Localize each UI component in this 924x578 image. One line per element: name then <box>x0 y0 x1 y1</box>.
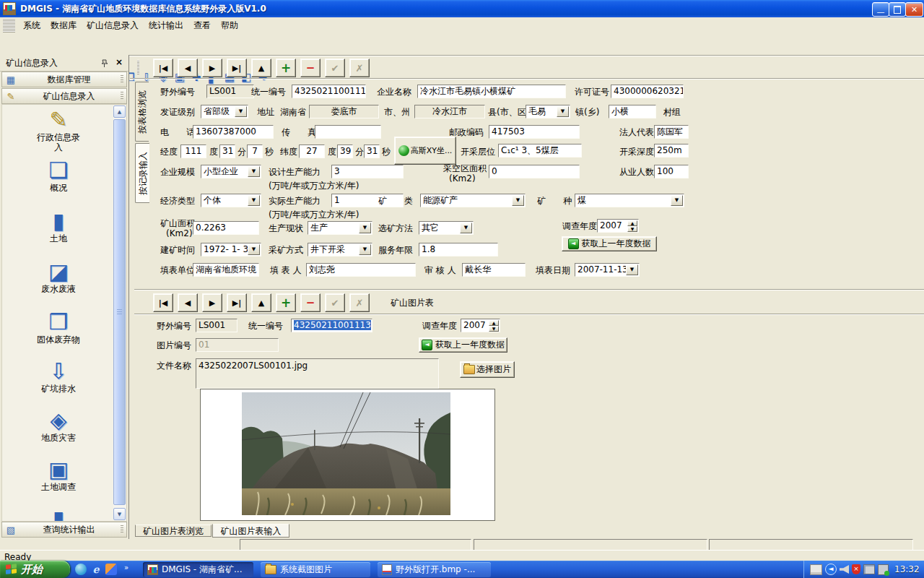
task-screenshots-folder[interactable]: 系统截图图片 <box>261 562 370 577</box>
pic-nav-delete-button[interactable]: − <box>300 293 321 312</box>
sidebar-item-land[interactable]: ▮ 土地 <box>30 209 87 243</box>
choose-picture-button[interactable]: 选择图片 <box>460 361 515 378</box>
task-paint-bmp[interactable]: 野外版打开.bmp -... <box>378 562 491 577</box>
sidebar-item-land-survey[interactable]: ▣ 土地调查 <box>30 457 87 492</box>
nav-first-button[interactable]: |◀ <box>153 59 173 77</box>
fill-unit-input[interactable]: 湖南省地质环境 <box>193 263 259 277</box>
staff-input[interactable]: 100 <box>654 165 689 178</box>
pic-nav-prior-button[interactable]: ◀ <box>178 293 198 312</box>
field-no-input[interactable]: LS001 <box>206 85 254 98</box>
nav-refresh-button[interactable]: ▲ <box>251 59 271 77</box>
scale-combo[interactable]: 小型企业 <box>201 165 261 178</box>
pin-icon[interactable] <box>101 59 108 67</box>
dropdown-arrow-icon[interactable] <box>557 106 569 117</box>
network-icon[interactable] <box>863 564 875 574</box>
pic-nav-last-button[interactable]: ▶| <box>227 293 247 312</box>
pic-nav-insert-button[interactable]: + <box>276 293 296 312</box>
sidebar-item-admin-info[interactable]: ✎ 行政信息录入 <box>30 108 87 152</box>
lon-deg-input[interactable]: 111 <box>180 144 206 158</box>
menu-system[interactable]: 系统 <box>18 17 45 34</box>
volume-icon[interactable] <box>840 565 849 574</box>
prod-status-combo[interactable]: 生产 <box>308 221 372 235</box>
restore-button[interactable] <box>889 2 906 17</box>
scroll-up-icon[interactable]: ▲ <box>113 105 126 118</box>
clock[interactable]: 13:32 <box>894 564 920 574</box>
pic-no-input[interactable]: 01 <box>196 338 279 352</box>
town-input[interactable]: 小横 <box>609 105 656 118</box>
goaf-input[interactable]: 0 <box>489 165 580 178</box>
close-button[interactable]: ✕ <box>905 2 923 17</box>
sidebar-group-mine-entry[interactable]: ✎ 矿山信息录入 <box>1 88 127 104</box>
mining-method-combo[interactable]: 井下开采 <box>308 243 372 256</box>
menu-help[interactable]: 帮助 <box>216 17 243 34</box>
nav-prior-button[interactable]: ◀ <box>178 59 198 77</box>
beneficiation-combo[interactable]: 其它 <box>419 221 474 235</box>
econ-type-combo[interactable]: 个体 <box>201 194 261 207</box>
zip-input[interactable]: 417503 <box>489 125 580 139</box>
nav-post-button[interactable]: ✔ <box>325 59 345 77</box>
sidebar-item-wastewater[interactable]: ◪ 废水废液 <box>30 259 87 294</box>
fax-input[interactable] <box>315 125 381 139</box>
sidebar-scrollbar[interactable]: ▲ ▼ <box>113 105 126 520</box>
media-icon[interactable] <box>105 564 117 575</box>
lat-sec-input[interactable]: 31 <box>364 144 380 158</box>
lon-min-input[interactable]: 31 <box>219 144 235 158</box>
dropdown-arrow-icon[interactable] <box>626 264 638 275</box>
pic-survey-year-spinner[interactable]: 2007 <box>461 319 500 332</box>
tab-picture-browse[interactable]: 矿山图片表浏览 <box>135 525 212 537</box>
survey-year-spinner[interactable]: 2007 <box>597 219 639 233</box>
auditor-input[interactable]: 戴长华 <box>462 263 526 277</box>
city-box[interactable]: 娄底市 <box>309 105 379 118</box>
fetch-previous-year-button[interactable]: ◄ 获取上一年度数据 <box>562 236 657 251</box>
sidebar-group-database[interactable]: ▦ 数据库管理 <box>1 72 127 87</box>
sidebar-item-solid-waste[interactable]: ❒ 固体废弃物 <box>30 310 87 345</box>
menu-database[interactable]: 数据库 <box>45 17 82 34</box>
license-input[interactable]: 4300000620321 <box>611 85 684 98</box>
depth-input[interactable]: 250m <box>654 144 689 158</box>
filler-input[interactable]: 刘志尧 <box>306 263 416 277</box>
task-dmgis[interactable]: DMGIS - 湖南省矿... <box>143 562 253 577</box>
pic-nav-next-button[interactable]: ▶ <box>202 293 222 312</box>
county-combo[interactable]: 毛易 <box>526 105 570 118</box>
close-panel-icon[interactable]: × <box>116 57 123 67</box>
cert-level-combo[interactable]: 省部级 <box>201 105 248 118</box>
sidebar-group-query-stats[interactable]: ▧ 查询统计输出 <box>1 522 127 538</box>
tab-picture-entry[interactable]: 矿山图片表输入 <box>212 524 289 538</box>
legal-rep-input[interactable]: 陈国军 <box>654 125 689 139</box>
tab-table-browse[interactable]: 按表格浏览 <box>135 82 149 142</box>
language-bar-icon[interactable]: ◄ <box>825 564 837 575</box>
menu-stat-output[interactable]: 统计输出 <box>144 17 188 34</box>
pic-nav-refresh-button[interactable]: ▲ <box>251 293 271 312</box>
keyboard-icon[interactable] <box>810 564 822 575</box>
dropdown-arrow-icon[interactable] <box>235 106 247 117</box>
dropdown-arrow-icon[interactable] <box>460 223 472 233</box>
area-input[interactable]: 0.2263 <box>193 221 259 235</box>
fill-date-combo[interactable]: 2007-11-13 <box>575 263 640 277</box>
messenger-icon[interactable] <box>75 564 87 575</box>
nav-cancel-button[interactable]: ✗ <box>349 59 370 77</box>
nav-last-button[interactable]: ▶| <box>227 59 247 77</box>
lat-min-input[interactable]: 39 <box>337 144 353 158</box>
nav-next-button[interactable]: ▶ <box>202 59 222 77</box>
service-years-input[interactable]: 1.8 <box>419 243 498 256</box>
phone-input[interactable]: 13607387000 <box>193 125 274 139</box>
dropdown-arrow-icon[interactable] <box>671 195 683 206</box>
security-shield-icon[interactable]: × <box>852 564 860 574</box>
dropdown-arrow-icon[interactable] <box>512 195 524 206</box>
dropdown-arrow-icon[interactable] <box>248 195 260 206</box>
dropdown-arrow-icon[interactable] <box>248 244 260 255</box>
mine-kind-combo[interactable]: 煤 <box>575 194 684 207</box>
scroll-thumb[interactable] <box>113 119 126 505</box>
dropdown-arrow-icon[interactable] <box>248 166 260 177</box>
nav-delete-button[interactable]: − <box>300 59 321 77</box>
pic-fetch-previous-year-button[interactable]: ◄ 获取上一年度数据 <box>419 337 507 353</box>
spinner-arrows-icon[interactable] <box>627 220 637 231</box>
nav-insert-button[interactable]: + <box>276 59 296 77</box>
menu-view[interactable]: 查看 <box>188 17 216 34</box>
pic-field-no-input[interactable]: LS001 <box>196 319 237 332</box>
minimize-button[interactable]: — <box>872 2 889 17</box>
sidebar-item-overview[interactable]: ❏ 概况 <box>30 158 87 193</box>
pic-uid-input[interactable]: 43250211001113 <box>291 319 372 332</box>
design-cap-input[interactable]: 3 <box>331 165 404 178</box>
gauss-xy-button[interactable]: 高斯XY坐... <box>394 137 456 165</box>
